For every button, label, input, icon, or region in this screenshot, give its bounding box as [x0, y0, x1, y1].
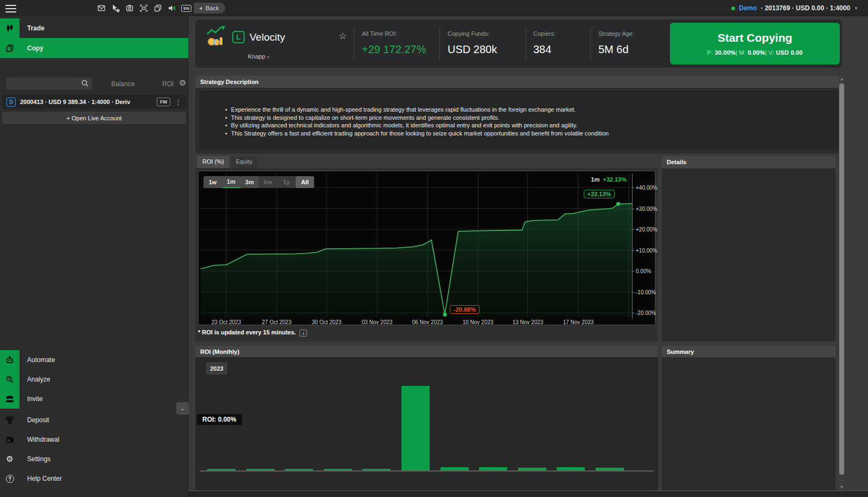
sidebar-item-invite[interactable]: Invite	[0, 389, 188, 409]
speaker-icon[interactable]	[167, 4, 176, 13]
monthly-roi-bar[interactable]	[557, 467, 585, 470]
monthly-roi-bar[interactable]	[362, 469, 391, 470]
y-tick-label: +30.00%	[636, 206, 664, 212]
sidebar-item-help-center[interactable]: ?Help Center	[0, 469, 188, 488]
sidebar: TradeCopy Balance ROI ⚙ D 2000413 · USD …	[0, 16, 188, 497]
roi-update-footnote: * ROI is updated every 15 minutes.i	[198, 329, 307, 337]
sidebar-item-deposit[interactable]: Deposit	[0, 410, 188, 430]
monthly-roi-bar[interactable]	[207, 469, 235, 470]
tab-equity[interactable]: Equity	[231, 156, 258, 168]
y-tick-label: +40.00%	[636, 185, 664, 191]
range-6m[interactable]: 6m	[259, 176, 277, 188]
account-type-label: Demo	[739, 4, 757, 12]
sidebar-item-automate[interactable]: Automate	[0, 350, 188, 370]
fee-value: 30.00%	[714, 49, 736, 56]
monthly-roi-bar[interactable]	[479, 467, 507, 470]
monthly-roi-bar[interactable]	[518, 468, 546, 470]
sort-by-balance[interactable]: Balance	[111, 80, 135, 88]
range-3m[interactable]: 3m	[240, 176, 259, 188]
vertical-scrollbar[interactable]: ▲ ▼	[839, 76, 845, 490]
monthly-roi-bar[interactable]	[246, 469, 275, 470]
sort-by-roi[interactable]: ROI	[162, 80, 174, 88]
strategy-search-box	[7, 78, 92, 89]
start-copying-button[interactable]: Start Copying P: 30.00%| M: 0.00%| V: US…	[670, 23, 840, 64]
year-filter-button[interactable]: 2023	[206, 362, 227, 375]
account-row[interactable]: D 2000413 · USD 9 389.34 · 1:4000 · Deri…	[2, 95, 186, 109]
sidebar-item-withdrawal[interactable]: Withdrawal	[0, 430, 188, 449]
range-1y[interactable]: 1y	[277, 176, 296, 188]
back-label: Back	[206, 5, 219, 11]
y-tick	[632, 209, 634, 209]
account-summary-text: · 2013769 · USD 0.00 · 1:4000	[761, 4, 850, 12]
sidebar-item-settings[interactable]: ⚙Settings	[0, 449, 188, 469]
y-tick	[632, 188, 634, 188]
strategy-stats: All Time ROI:+29 172.27%Copying Funds:US…	[354, 27, 671, 61]
deposit-icon	[0, 410, 20, 430]
range-all[interactable]: All	[296, 176, 314, 188]
back-button[interactable]: ◄ Back	[194, 3, 225, 14]
monthly-roi-bar[interactable]	[596, 468, 624, 470]
description-bullet: Experience the thrill of a dynamic and h…	[225, 106, 837, 114]
stat-label: Copying Funds:	[448, 30, 525, 37]
tab-roi[interactable]: ROI (%)	[197, 156, 229, 168]
sidebar-collapse-chevron-button[interactable]: ⌄	[176, 402, 189, 415]
list-settings-gear-icon[interactable]: ⚙	[179, 78, 186, 88]
sidebar-item-analyze[interactable]: Analyze	[0, 370, 188, 389]
sidebar-item-label: Analyze	[27, 376, 50, 383]
baseline	[200, 470, 654, 472]
details-header: Details	[662, 156, 835, 168]
stat-all-time-roi: All Time ROI:+29 172.27%	[354, 27, 439, 61]
strategy-header-card: L Velocity ☆ Knapp ▾ All Time ROI:+29 17…	[195, 20, 842, 68]
scrollbar-thumb[interactable]	[839, 83, 844, 475]
legend-value: +32.13%	[603, 176, 627, 183]
search-icon[interactable]	[81, 79, 89, 87]
info-icon[interactable]: i	[299, 330, 307, 337]
y-tick-label: 0.00%	[636, 268, 664, 274]
sidebar-item-label: Settings	[27, 455, 50, 463]
monthly-roi-bar[interactable]	[324, 469, 352, 470]
roi-line-chart	[201, 173, 632, 317]
copy-icon	[0, 38, 20, 58]
hamburger-menu-icon[interactable]	[4, 3, 17, 14]
roi-chart-card[interactable]: 1w1m3m6m1yAll 1m+32.13% -20.88% +32.13% …	[198, 171, 655, 325]
summary-header: Summary	[662, 346, 835, 358]
roi-chart-panel: 1w1m3m6m1yAll 1m+32.13% -20.88% +32.13% …	[195, 168, 658, 341]
provider-name: Knapp	[248, 53, 265, 60]
open-live-account-button[interactable]: + Open Live Account	[2, 112, 186, 124]
mail-icon[interactable]	[97, 4, 106, 13]
monthly-roi-bar[interactable]	[401, 386, 430, 470]
search-input[interactable]	[9, 78, 78, 89]
scroll-down-arrow[interactable]: ▼	[839, 484, 845, 490]
language-badge[interactable]: EN	[181, 5, 192, 12]
stat-value: 5M 6d	[598, 43, 671, 56]
connection-status-dot	[731, 7, 735, 10]
range-1m[interactable]: 1m	[222, 176, 240, 188]
description-bullet: This Strategy offers a fast and efficien…	[225, 130, 837, 138]
pointer-settings-icon[interactable]	[111, 4, 120, 13]
sidebar-item-label: Trade	[27, 24, 44, 32]
account-row-menu-icon[interactable]: ⋮	[175, 98, 182, 106]
roi-monthly-body[interactable]: 2023	[195, 357, 658, 490]
description-bullet: By utilizing advanced technical indicato…	[225, 121, 837, 130]
favorite-star-icon[interactable]: ☆	[339, 30, 347, 42]
monthly-roi-bar[interactable]	[285, 469, 313, 470]
chevron-down-icon: ▾	[267, 55, 269, 60]
window-bottom-edge	[188, 490, 868, 497]
y-tick	[632, 229, 634, 230]
time-range-buttons: 1w1m3m6m1yAll	[203, 176, 314, 188]
x-tick-label: 17 Nov 2023	[559, 319, 597, 325]
range-1w[interactable]: 1w	[203, 176, 222, 188]
provider-dropdown[interactable]: Knapp ▾	[248, 53, 269, 60]
camera-icon[interactable]	[125, 4, 134, 13]
scroll-up-arrow[interactable]: ▲	[839, 76, 845, 82]
details-body	[662, 169, 835, 341]
y-tick-label: -20.00%	[636, 310, 664, 316]
monthly-roi-bar[interactable]	[441, 467, 469, 470]
fee-value: USD 0.00	[776, 49, 802, 56]
windows-copy-icon[interactable]	[153, 4, 162, 13]
fullscreen-icon[interactable]	[139, 4, 148, 13]
sidebar-item-copy[interactable]: Copy	[0, 38, 188, 58]
chart-tabs: ROI (%)Equity	[197, 156, 258, 168]
sidebar-item-trade[interactable]: Trade	[0, 18, 188, 38]
account-switcher[interactable]: Demo · 2013769 · USD 0.00 · 1:4000 ▼	[731, 0, 858, 16]
